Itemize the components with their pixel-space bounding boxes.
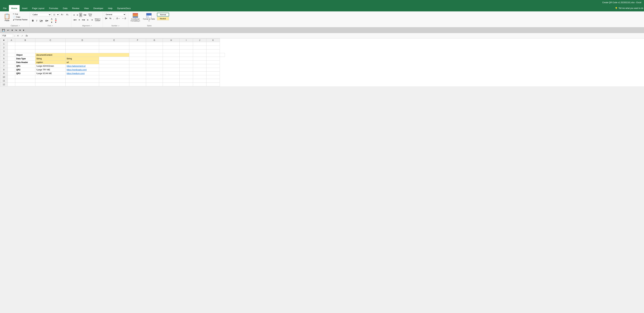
cell-G3[interactable]	[146, 50, 163, 53]
cell-B8[interactable]: QR2	[15, 68, 36, 72]
cell-F6[interactable]	[129, 60, 146, 64]
cell-F10[interactable]	[129, 75, 146, 79]
cell-A10[interactable]	[8, 75, 15, 79]
cell-K12[interactable]	[206, 83, 220, 86]
cell-I2[interactable]	[180, 46, 193, 50]
neutral-style-button[interactable]: Neutral	[157, 17, 169, 20]
cell-E3[interactable]	[99, 50, 129, 53]
row-num-3[interactable]: 3	[0, 50, 8, 53]
cell-K10[interactable]	[206, 75, 220, 79]
cell-H6[interactable]	[163, 60, 180, 64]
font-color-button[interactable]: A▾	[54, 17, 58, 24]
function-insert-button[interactable]: fx	[25, 34, 28, 37]
paste-button[interactable]: 📋 Paste	[2, 13, 12, 22]
cell-H11[interactable]	[163, 79, 180, 83]
cell-K1[interactable]	[206, 42, 220, 46]
col-header-f[interactable]: F	[129, 38, 146, 42]
cell-K4[interactable]	[220, 53, 225, 57]
align-left-button[interactable]: ⬅≡	[72, 18, 78, 22]
cell-B12[interactable]	[15, 83, 36, 86]
bold-button[interactable]: B	[31, 19, 35, 22]
cut-button[interactable]: ✂ Cut	[12, 13, 28, 15]
cell-J2[interactable]	[193, 46, 206, 50]
number-expand-icon[interactable]: ↗	[118, 25, 120, 27]
cell-A11[interactable]	[8, 79, 15, 83]
cell-B10[interactable]	[15, 75, 36, 79]
cell-D7[interactable]: https://advicement.io/	[66, 64, 99, 68]
cell-F9[interactable]	[129, 72, 146, 75]
cell-K9[interactable]	[206, 72, 220, 75]
cell-I9[interactable]	[180, 72, 193, 75]
alignment-expand-icon[interactable]: ↗	[90, 25, 92, 27]
cell-I7[interactable]	[180, 64, 193, 68]
cell-D5[interactable]: String	[66, 57, 99, 60]
cell-A8[interactable]	[8, 68, 15, 72]
cell-D6[interactable]: url	[66, 60, 99, 64]
cell-reference-box[interactable]: F18	[1, 34, 13, 38]
clipboard-expand-icon[interactable]: ↗	[18, 25, 20, 27]
cell-C6[interactable]: caption	[36, 60, 66, 64]
undo-quick-button[interactable]: ↩	[6, 28, 10, 32]
cell-B3[interactable]	[15, 50, 36, 53]
cell-E1[interactable]	[99, 42, 129, 46]
normal-style-button[interactable]: Normal	[157, 13, 169, 16]
col-header-g[interactable]: G	[146, 38, 163, 42]
cell-E6[interactable]	[99, 60, 129, 64]
cell-I6[interactable]	[180, 60, 193, 64]
menu-review[interactable]: Review	[70, 5, 82, 12]
text-direction-button[interactable]: ⟲▾	[82, 13, 87, 17]
cell-H8[interactable]	[163, 68, 180, 72]
cell-E8[interactable]	[99, 68, 129, 72]
menu-dynamicdocs[interactable]: DynamicDocs	[115, 5, 133, 12]
cell-D8[interactable]: https://nordicapis.com/	[66, 68, 99, 72]
accounting-button[interactable]: $▾	[104, 16, 108, 20]
row-num-7[interactable]: 7	[0, 64, 8, 68]
comma-button[interactable]: ,	[112, 16, 115, 20]
cell-B1[interactable]	[15, 42, 36, 46]
cell-K3[interactable]	[206, 50, 220, 53]
align-center-button[interactable]: ≡	[78, 18, 81, 22]
cell-G2[interactable]	[146, 46, 163, 50]
cell-J10[interactable]	[193, 75, 206, 79]
cell-E4[interactable]	[129, 53, 146, 57]
cell-A7[interactable]	[8, 64, 15, 68]
number-format-select[interactable]: General	[104, 13, 126, 16]
cell-C11[interactable]	[36, 79, 66, 83]
cell-J7[interactable]	[193, 64, 206, 68]
cancel-formula-button[interactable]: ✕	[16, 34, 20, 37]
cell-E12[interactable]	[99, 83, 129, 86]
wrap-text-button[interactable]: Wrap Text	[88, 13, 93, 17]
cell-K7[interactable]	[206, 64, 220, 68]
col-header-b[interactable]: B	[15, 38, 36, 42]
cell-C10[interactable]	[36, 75, 66, 79]
cell-A5[interactable]	[8, 57, 15, 60]
cell-J8[interactable]	[193, 68, 206, 72]
cell-J12[interactable]	[193, 83, 206, 86]
row-num-6[interactable]: 6	[0, 60, 8, 64]
cell-J4[interactable]	[206, 53, 220, 57]
copy-button[interactable]: 📄 Copy	[12, 16, 28, 18]
align-top-center-button[interactable]: ≡	[76, 13, 79, 17]
italic-button[interactable]: I	[36, 19, 38, 22]
cell-C4[interactable]: documentContent	[36, 53, 66, 57]
cell-I12[interactable]	[180, 83, 193, 86]
menu-file[interactable]: File	[1, 5, 9, 12]
decrease-decimal-button[interactable]: .0→	[115, 16, 121, 20]
cell-J9[interactable]	[193, 72, 206, 75]
cell-J11[interactable]	[193, 79, 206, 83]
row-num-9[interactable]: 9	[0, 72, 8, 75]
cell-G6[interactable]	[146, 60, 163, 64]
cell-G12[interactable]	[146, 83, 163, 86]
cell-B4[interactable]: Object	[15, 53, 36, 57]
cell-C8[interactable]: \Large TRY ME	[36, 68, 66, 72]
cell-J6[interactable]	[193, 60, 206, 64]
col-header-c[interactable]: C	[36, 38, 66, 42]
cell-C1[interactable]	[36, 42, 66, 46]
cell-F5[interactable]	[129, 57, 146, 60]
cell-C12[interactable]	[36, 83, 66, 86]
cell-G11[interactable]	[146, 79, 163, 83]
menu-insert[interactable]: Insert	[20, 5, 30, 12]
save-quick-button[interactable]: 💾	[1, 28, 6, 32]
col-header-e[interactable]: E	[99, 38, 129, 42]
col-header-a[interactable]: A	[8, 38, 15, 42]
